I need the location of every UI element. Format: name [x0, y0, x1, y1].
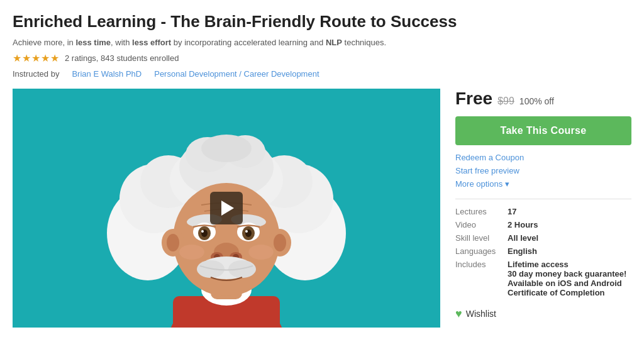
- includes-money-back: 30 day money back guarantee!: [508, 269, 626, 279]
- video-row: Video 2 Hours: [455, 220, 631, 229]
- languages-row: Languages English: [455, 246, 631, 256]
- skill-level-label: Skill level: [455, 233, 502, 243]
- start-preview-link[interactable]: Start free preview: [455, 166, 631, 175]
- languages-value: English: [508, 246, 537, 256]
- ratings-row: ★★★★★ 2 ratings, 843 students enrolled: [13, 52, 631, 64]
- redeem-coupon-link[interactable]: Redeem a Coupon: [455, 153, 631, 162]
- svg-point-37: [274, 234, 286, 251]
- category-link[interactable]: Personal Development / Career Developmen…: [154, 69, 319, 79]
- more-options-link[interactable]: More options ▾: [455, 179, 631, 189]
- ratings-count: 2 ratings, 843 students enrolled: [65, 53, 179, 63]
- video-label: Video: [455, 220, 502, 229]
- svg-point-24: [201, 230, 204, 233]
- instructor-label: Instructed by: [13, 69, 59, 79]
- includes-label: Includes: [455, 260, 502, 297]
- take-course-button[interactable]: Take This Course: [455, 116, 631, 145]
- svg-point-38: [179, 245, 204, 260]
- svg-point-35: [167, 234, 179, 251]
- course-sidebar: Free $99 100% off Take This Course Redee…: [455, 89, 631, 321]
- lectures-row: Lectures 17: [455, 207, 631, 216]
- video-preview[interactable]: [13, 89, 440, 328]
- play-icon: [221, 201, 234, 216]
- languages-label: Languages: [455, 246, 502, 256]
- includes-mobile: Available on iOS and Android: [508, 279, 626, 288]
- price-row: Free $99 100% off: [455, 89, 631, 109]
- includes-values: Lifetime access 30 day money back guaran…: [508, 260, 626, 297]
- includes-certificate: Certificate of Completion: [508, 288, 626, 297]
- lectures-value: 17: [508, 207, 516, 216]
- skill-level-row: Skill level All level: [455, 233, 631, 243]
- sidebar-links: Redeem a Coupon Start free preview More …: [455, 153, 631, 189]
- includes-row: Includes Lifetime access 30 day money ba…: [455, 260, 631, 297]
- original-price: $99: [497, 96, 514, 107]
- course-subtitle: Achieve more, in less time, with less ef…: [13, 38, 631, 47]
- video-value: 2 Hours: [508, 220, 538, 229]
- star-rating: ★★★★★: [13, 52, 60, 64]
- svg-point-25: [245, 230, 248, 233]
- wishlist-label: Wishlist: [466, 309, 496, 319]
- play-button[interactable]: [210, 192, 243, 224]
- instructor-link[interactable]: Brian E Walsh PhD: [72, 69, 142, 79]
- instructor-row: Instructed by Brian E Walsh PhD Personal…: [13, 69, 631, 79]
- page-title: Enriched Learning - The Brain-Friendly R…: [13, 11, 631, 33]
- heart-icon: ♥: [455, 307, 462, 321]
- sidebar-divider: [455, 199, 631, 199]
- lectures-label: Lectures: [455, 207, 502, 216]
- svg-point-39: [248, 245, 274, 260]
- discount-badge: 100% off: [519, 96, 554, 106]
- includes-lifetime: Lifetime access: [508, 260, 626, 269]
- main-content: Free $99 100% off Take This Course Redee…: [13, 89, 631, 328]
- wishlist-row[interactable]: ♥ Wishlist: [455, 307, 631, 321]
- svg-point-14: [201, 135, 252, 162]
- skill-level-value: All level: [508, 233, 538, 243]
- current-price: Free: [455, 89, 492, 109]
- course-details: Lectures 17 Video 2 Hours Skill level Al…: [455, 207, 631, 297]
